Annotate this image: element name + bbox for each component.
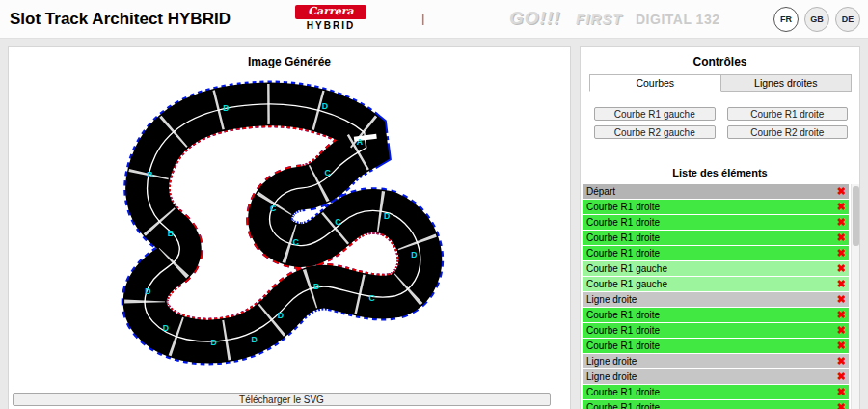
element-list-title: Liste des éléments xyxy=(581,167,859,178)
track-curve-label: D xyxy=(252,335,258,344)
list-item[interactable]: Ligne droite ✖ xyxy=(583,354,849,368)
lang-button-gb[interactable]: GB xyxy=(804,7,829,32)
element-label: Courbe R1 droite xyxy=(586,217,660,228)
courbe-r2-droite-button[interactable]: Courbe R2 droite xyxy=(727,125,849,139)
list-item[interactable]: Courbe R1 droite ✖ xyxy=(583,385,849,399)
list-item[interactable]: Courbe R1 droite ✖ xyxy=(583,215,849,230)
track-curve-label: D xyxy=(211,338,217,347)
element-label: Départ xyxy=(586,186,615,197)
carrera-hybrid-logo[interactable]: Carrera HYBRID xyxy=(295,5,366,31)
track-curve-label: D xyxy=(223,103,229,113)
delete-icon[interactable]: ✖ xyxy=(837,354,846,368)
delete-icon[interactable]: ✖ xyxy=(837,277,846,291)
element-label: Ligne droite xyxy=(586,371,637,382)
list-item[interactable]: Ligne droite ✖ xyxy=(583,292,849,307)
app-title: Slot Track Architect HYBRID xyxy=(10,10,231,29)
element-label: Ligne droite xyxy=(586,294,637,305)
carrera-logo-text: Carrera xyxy=(295,5,366,19)
lang-button-de[interactable]: DE xyxy=(835,7,860,32)
delete-icon[interactable]: ✖ xyxy=(837,308,846,322)
delete-icon[interactable]: ✖ xyxy=(837,231,846,245)
list-item[interactable]: Courbe R1 droite ✖ xyxy=(583,231,849,245)
element-label: Courbe R1 droite xyxy=(586,402,660,409)
curve-buttons: Courbe R1 gauche Courbe R1 droite Courbe… xyxy=(594,107,848,139)
list-scrollbar[interactable] xyxy=(851,184,859,409)
courbe-r1-gauche-button[interactable]: Courbe R1 gauche xyxy=(594,107,716,121)
track-curve-label: D xyxy=(411,250,417,259)
list-item[interactable]: Courbe R1 droite ✖ xyxy=(583,323,849,338)
delete-icon[interactable]: ✖ xyxy=(837,261,846,276)
delete-icon[interactable]: ✖ xyxy=(837,323,846,338)
list-item[interactable]: Courbe R1 droite ✖ xyxy=(583,200,849,214)
list-item[interactable]: Courbe R1 droite ✖ xyxy=(583,339,849,353)
element-label: Courbe R1 droite xyxy=(586,387,660,397)
track-curve-label: C xyxy=(292,237,299,247)
element-label: Courbe R1 droite xyxy=(586,202,660,212)
delete-icon[interactable]: ✖ xyxy=(837,400,846,409)
hybrid-logo-text: HYBRID xyxy=(295,20,366,31)
track-curve-label: C xyxy=(335,217,341,227)
element-label: Courbe R1 droite xyxy=(586,248,660,259)
delete-icon[interactable]: ✖ xyxy=(837,292,846,307)
track-svg: DDABBDDDDDDCDDCCCC xyxy=(76,70,485,373)
element-label: Courbe R1 droite xyxy=(586,341,660,351)
track-curve-label: D xyxy=(322,101,328,111)
list-item[interactable]: Courbe R1 droite ✖ xyxy=(583,246,849,260)
track-curve-label: C xyxy=(325,168,332,177)
header: Slot Track Architect HYBRID Carrera HYBR… xyxy=(0,0,868,39)
controls-panel: Contrôles Courbes Lignes droites Courbe … xyxy=(580,46,860,409)
track-curve-label: D xyxy=(384,211,390,221)
element-label: Courbe R1 droite xyxy=(586,325,660,336)
first-logo[interactable]: FIRST xyxy=(576,11,622,27)
element-label: Ligne droite xyxy=(586,356,637,367)
delete-icon[interactable]: ✖ xyxy=(837,200,846,214)
element-label: Courbe R1 droite xyxy=(586,310,660,320)
delete-icon[interactable]: ✖ xyxy=(837,339,846,353)
element-label: Courbe R1 gauche xyxy=(586,279,667,289)
image-panel: Image Générée DDABBDDDDDDCDDCCCC Télécha… xyxy=(8,46,571,409)
scrollbar-thumb[interactable] xyxy=(853,186,859,246)
image-panel-title: Image Générée xyxy=(9,47,570,68)
list-item[interactable]: Courbe R1 droite ✖ xyxy=(583,400,849,409)
tab-lignes-droites[interactable]: Lignes droites xyxy=(721,74,853,92)
list-item[interactable]: Courbe R1 gauche ✖ xyxy=(583,277,849,291)
delete-icon[interactable]: ✖ xyxy=(837,385,846,399)
track-curve-label: B xyxy=(168,229,174,238)
go-logo[interactable]: GO!!! xyxy=(509,8,561,29)
courbe-r1-droite-button[interactable]: Courbe R1 droite xyxy=(727,107,849,121)
download-svg-button[interactable]: Télécharger le SVG xyxy=(13,393,551,406)
tab-courbes[interactable]: Courbes xyxy=(589,74,721,92)
track-curve-label: D xyxy=(278,311,284,320)
element-list: Départ ✖ Courbe R1 droite ✖ Courbe R1 dr… xyxy=(583,184,849,409)
track-curve-label: B xyxy=(147,170,152,179)
track-curve-label: A xyxy=(357,137,364,147)
list-item[interactable]: Courbe R1 gauche ✖ xyxy=(583,261,849,276)
element-label: Courbe R1 droite xyxy=(586,232,660,243)
language-switcher: FR GB DE xyxy=(773,7,860,32)
courbe-r2-gauche-button[interactable]: Courbe R2 gauche xyxy=(594,125,716,139)
delete-icon[interactable]: ✖ xyxy=(837,184,846,199)
track-curve-label: D xyxy=(145,286,150,296)
generated-track-image: DDABBDDDDDDCDDCCCC xyxy=(76,70,485,373)
list-item[interactable]: Départ ✖ xyxy=(583,184,849,199)
element-label: Courbe R1 gauche xyxy=(586,263,667,274)
tab-bar: Courbes Lignes droites xyxy=(589,74,852,92)
lang-button-fr[interactable]: FR xyxy=(773,7,799,32)
delete-icon[interactable]: ✖ xyxy=(837,369,846,384)
track-curve-label: C xyxy=(368,293,375,303)
track-curve-label: D xyxy=(163,323,169,333)
track-curve-label: D xyxy=(313,282,319,291)
list-item[interactable]: Ligne droite ✖ xyxy=(583,369,849,384)
list-item[interactable]: Courbe R1 droite ✖ xyxy=(583,308,849,322)
track-curve-label: C xyxy=(270,204,277,213)
digital132-logo[interactable]: DIGITAL 132 xyxy=(636,12,719,27)
delete-icon[interactable]: ✖ xyxy=(837,246,846,260)
controls-panel-title: Contrôles xyxy=(581,47,859,68)
header-separator: | xyxy=(421,11,424,25)
delete-icon[interactable]: ✖ xyxy=(837,215,846,230)
